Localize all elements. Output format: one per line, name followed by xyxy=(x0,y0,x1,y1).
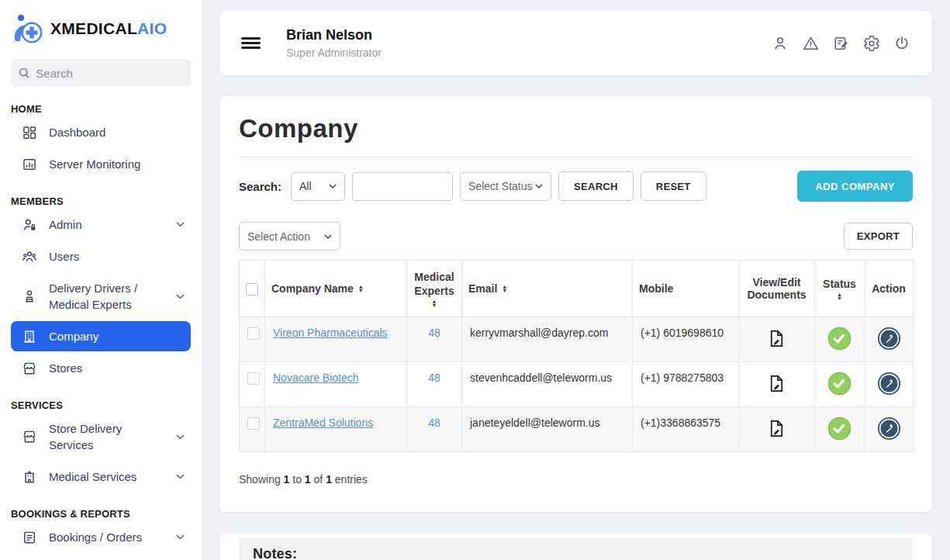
company-name-link[interactable]: Novacare Biotech xyxy=(273,372,359,384)
users-icon xyxy=(22,249,37,264)
column-header-action: Action xyxy=(865,261,914,317)
medical-experts-count[interactable]: 48 xyxy=(428,417,440,429)
column-header-documents: View/Edit Documents xyxy=(739,261,815,317)
sidebar-item-label: Company xyxy=(49,328,185,344)
table-header-row: Company Name▲▼ Medical Experts▲▼ Email▲▼… xyxy=(240,261,914,317)
sidebar-section-bookings-reports: BOOKINGS & REPORTS xyxy=(11,508,191,520)
table-row: Novacare Biotech 48 stevenhcaddell@telew… xyxy=(240,362,914,407)
server-monitoring-icon xyxy=(22,157,37,172)
export-button[interactable]: EXPORT xyxy=(844,223,913,250)
row-checkbox[interactable] xyxy=(247,372,260,385)
user-role: Super Administrator xyxy=(286,47,382,59)
view-edit-documents-icon[interactable] xyxy=(766,418,787,439)
sidebar-item-admin[interactable]: Admin xyxy=(11,209,191,240)
search-text-input[interactable] xyxy=(352,172,453,201)
column-header-email[interactable]: Email▲▼ xyxy=(462,261,633,317)
column-header-medical-experts[interactable]: Medical Experts▲▼ xyxy=(407,261,462,317)
status-filter-selected-value: Select Status xyxy=(468,180,533,192)
status-active-icon[interactable] xyxy=(827,372,852,396)
edit-action-icon[interactable] xyxy=(877,327,901,351)
brand-name-primary: XMEDICAL xyxy=(50,19,137,37)
medical-experts-count[interactable]: 48 xyxy=(428,327,440,339)
page-title: Company xyxy=(239,114,913,143)
view-edit-documents-icon[interactable] xyxy=(766,328,787,349)
topbar-icons xyxy=(772,35,910,52)
power-icon[interactable] xyxy=(893,35,910,52)
edit-action-icon[interactable] xyxy=(877,417,901,441)
profile-icon[interactable] xyxy=(772,35,789,52)
title-divider xyxy=(239,157,913,157)
add-company-button[interactable]: ADD COMPANY xyxy=(797,171,913,202)
top-bar: Brian Nelson Super Administrator xyxy=(219,11,932,75)
column-header-status[interactable]: Status▲▼ xyxy=(815,261,865,317)
sidebar-item-label: Server Monitoring xyxy=(49,156,185,172)
bulk-action-select[interactable]: Select Action xyxy=(239,222,340,251)
sidebar-section-home: HOME xyxy=(11,103,191,115)
chevron-down-icon xyxy=(176,222,185,227)
status-filter-select[interactable]: Select Status xyxy=(460,172,551,201)
company-name-link[interactable]: ZentraMed Solutions xyxy=(273,417,373,429)
sidebar: XMEDICALAIO HOME Dashboard Server Monito… xyxy=(0,0,202,560)
chevron-down-icon xyxy=(329,184,337,188)
sidebar-item-stores[interactable]: Stores xyxy=(11,353,191,383)
row-checkbox[interactable] xyxy=(247,417,260,430)
brand-name-accent: AIO xyxy=(137,19,167,37)
chevron-down-icon xyxy=(176,294,185,299)
sidebar-search-input[interactable] xyxy=(36,67,183,80)
chevron-down-icon xyxy=(535,184,543,188)
search-field-select[interactable]: All xyxy=(291,172,345,201)
user-info: Brian Nelson Super Administrator xyxy=(286,27,382,59)
select-all-checkbox[interactable] xyxy=(246,283,258,296)
sidebar-item-users[interactable]: Users xyxy=(11,241,191,271)
sidebar-item-company[interactable]: Company xyxy=(11,321,191,351)
row-checkbox[interactable] xyxy=(247,327,260,340)
brand[interactable]: XMEDICALAIO xyxy=(11,0,191,46)
status-active-icon[interactable] xyxy=(827,417,852,441)
sort-icon[interactable]: ▲▼ xyxy=(358,285,364,292)
dashboard-icon xyxy=(22,125,37,140)
column-header-company-name[interactable]: Company Name▲▼ xyxy=(265,261,407,317)
mobile-cell: (+1) 9788275803 xyxy=(633,362,739,407)
view-edit-documents-icon[interactable] xyxy=(766,373,787,394)
sidebar-item-label: Bookings / Orders xyxy=(49,529,164,545)
sidebar-item-delivery-drivers[interactable]: Delivery Drivers / Medical Experts xyxy=(11,273,191,320)
email-cell: kerryvmarshall@dayrep.com xyxy=(462,317,633,362)
bookings-orders-icon xyxy=(22,530,37,545)
search-icon xyxy=(19,67,29,79)
sidebar-item-dashboard[interactable]: Dashboard xyxy=(11,117,191,147)
sidebar-item-label: Store Delivery Services xyxy=(49,420,164,453)
sidebar-item-label: Stores xyxy=(49,360,185,376)
bulk-action-selected-value: Select Action xyxy=(247,230,310,243)
sidebar-item-medical-services[interactable]: Medical Services xyxy=(11,461,191,492)
email-cell: janeteyeldell@teleworm.us xyxy=(462,407,633,452)
edit-action-icon[interactable] xyxy=(877,372,901,396)
mobile-cell: (+1)3368863575 xyxy=(633,407,739,452)
edit-log-icon[interactable] xyxy=(833,35,850,52)
sort-icon[interactable]: ▲▼ xyxy=(837,292,842,300)
search-field-selected-value: All xyxy=(299,180,312,192)
medical-experts-count[interactable]: 48 xyxy=(428,372,440,384)
company-name-link[interactable]: Vireon Pharmaceuticals xyxy=(273,327,388,339)
sidebar-item-store-delivery-services[interactable]: Store Delivery Services xyxy=(11,413,191,460)
reset-button[interactable]: RESET xyxy=(641,171,706,201)
column-header-mobile: Mobile xyxy=(633,261,739,317)
status-active-icon[interactable] xyxy=(827,327,852,351)
stores-icon xyxy=(22,361,37,376)
user-name: Brian Nelson xyxy=(286,27,382,43)
settings-icon[interactable] xyxy=(863,35,880,52)
sidebar-item-label: Admin xyxy=(49,216,164,233)
sidebar-item-server-monitoring[interactable]: Server Monitoring xyxy=(11,149,191,179)
notes-panel: Notes: xyxy=(219,534,932,560)
sidebar-search[interactable] xyxy=(11,59,191,87)
sidebar-section-services: SERVICES xyxy=(11,399,191,411)
search-button[interactable]: SEARCH xyxy=(558,171,634,201)
sort-icon[interactable]: ▲▼ xyxy=(432,299,437,307)
table-summary: Showing 1 to 1 of 1 entries xyxy=(239,473,913,486)
alert-icon[interactable] xyxy=(802,35,820,52)
hamburger-menu-icon[interactable] xyxy=(241,35,261,51)
table-row: Vireon Pharmaceuticals 48 kerryvmarshall… xyxy=(240,317,914,362)
main-column: Brian Nelson Super Administrator xyxy=(202,0,950,560)
email-cell: stevenhcaddell@teleworm.us xyxy=(462,362,633,407)
sort-icon[interactable]: ▲▼ xyxy=(502,285,507,292)
sidebar-item-bookings-orders[interactable]: Bookings / Orders xyxy=(11,522,191,552)
